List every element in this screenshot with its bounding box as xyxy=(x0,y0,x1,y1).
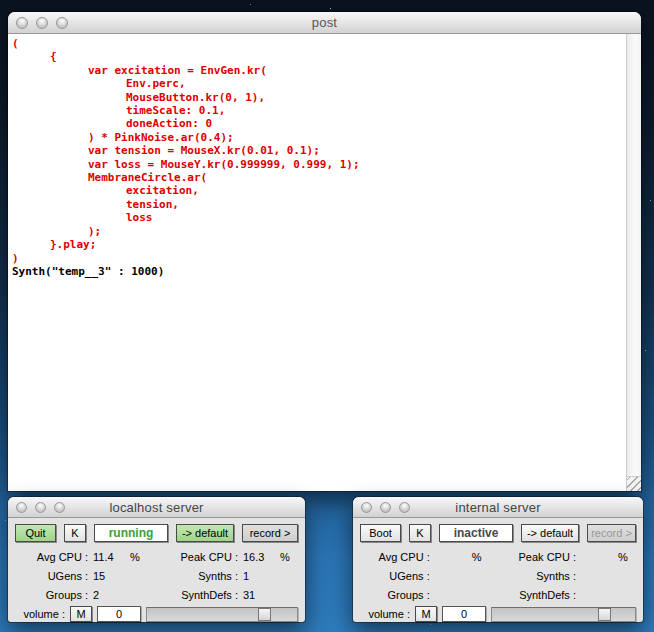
volume-input[interactable] xyxy=(97,606,141,622)
internal-titlebar[interactable]: internal server xyxy=(353,497,643,518)
record-button[interactable]: record > xyxy=(242,524,298,542)
volume-label: volume : xyxy=(15,608,65,620)
close-button[interactable] xyxy=(361,502,372,513)
post-text-area[interactable]: ( { var excitation = EnvGen.kr( Env.perc… xyxy=(8,34,641,491)
volume-input[interactable] xyxy=(442,606,486,622)
synthdefs-stat: SynthDefs : 31 xyxy=(148,589,298,601)
quit-button[interactable]: Quit xyxy=(15,524,56,542)
minimize-button[interactable] xyxy=(380,502,391,513)
avg-cpu-stat: Avg CPU : % xyxy=(360,551,490,563)
peak-cpu-stat: Peak CPU : 16.3 % xyxy=(148,551,298,563)
volume-slider[interactable] xyxy=(146,607,298,622)
server-status: running xyxy=(94,524,168,542)
server-stats: Avg CPU : 11.4 % Peak CPU : 16.3 % UGens… xyxy=(15,547,298,604)
zoom-button[interactable] xyxy=(399,502,410,513)
post-output: Synth("temp__3" : 1000) xyxy=(8,265,641,278)
zoom-button[interactable] xyxy=(54,502,65,513)
minimize-button[interactable] xyxy=(36,17,48,29)
synthdefs-stat: SynthDefs : xyxy=(490,589,636,601)
window-title: post xyxy=(312,15,337,30)
volume-slider[interactable] xyxy=(491,607,636,622)
volume-slider-thumb[interactable] xyxy=(598,608,611,621)
zoom-button[interactable] xyxy=(56,17,68,29)
server-stats: Avg CPU : % Peak CPU : % UGens : Synth xyxy=(360,547,636,604)
window-title: internal server xyxy=(455,500,540,515)
minimize-button[interactable] xyxy=(35,502,46,513)
localhost-titlebar[interactable]: localhost server xyxy=(8,497,305,518)
close-button[interactable] xyxy=(16,17,28,29)
localhost-server-window: localhost server Quit K running -> defau… xyxy=(8,497,305,622)
boot-button[interactable]: Boot xyxy=(360,524,401,542)
volume-slider-thumb[interactable] xyxy=(258,608,271,621)
ugens-stat: UGens : xyxy=(360,570,490,582)
kill-button[interactable]: K xyxy=(409,524,431,542)
post-window: post ( { var excitation = EnvGen.kr( Env… xyxy=(8,12,641,491)
close-button[interactable] xyxy=(16,502,27,513)
synths-stat: Synths : xyxy=(490,570,636,582)
mute-button[interactable]: M xyxy=(415,606,437,622)
groups-stat: Groups : 2 xyxy=(15,589,148,601)
window-controls xyxy=(361,497,410,517)
synths-stat: Synths : 1 xyxy=(148,570,298,582)
window-controls xyxy=(16,497,65,517)
volume-label: volume : xyxy=(360,608,410,620)
groups-stat: Groups : xyxy=(360,589,490,601)
set-default-button[interactable]: -> default xyxy=(176,524,234,542)
kill-button[interactable]: K xyxy=(64,524,86,542)
post-titlebar[interactable]: post xyxy=(8,12,641,34)
window-title: localhost server xyxy=(109,500,203,515)
server-status: inactive xyxy=(439,524,513,542)
avg-cpu-stat: Avg CPU : 11.4 % xyxy=(15,551,148,563)
peak-cpu-stat: Peak CPU : % xyxy=(490,551,636,563)
internal-server-window: internal server Boot K inactive -> defau… xyxy=(353,497,643,622)
set-default-button[interactable]: -> default xyxy=(521,524,579,542)
mute-button[interactable]: M xyxy=(70,606,92,622)
vertical-scrollbar[interactable] xyxy=(626,34,641,491)
resize-grip[interactable] xyxy=(626,476,641,491)
record-button[interactable]: record > xyxy=(587,524,636,542)
ugens-stat: UGens : 15 xyxy=(15,570,148,582)
executed-code: ( { var excitation = EnvGen.kr( Env.perc… xyxy=(8,34,641,265)
window-controls xyxy=(16,12,68,33)
